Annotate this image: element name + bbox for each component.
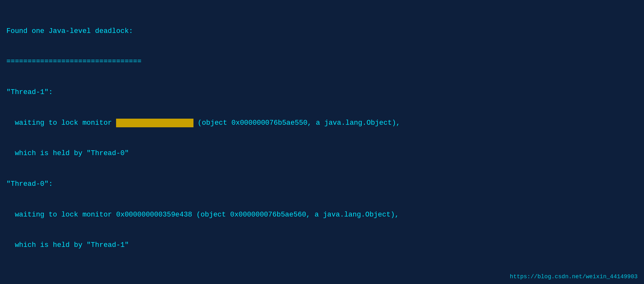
line-thread1-header: "Thread-1": [6, 87, 638, 98]
highlight-address: 0x000000000359ba48 [116, 119, 193, 127]
line-deadlock-header: Found one Java-level deadlock: [6, 26, 638, 36]
line-thread0-header: "Thread-0": [6, 179, 638, 189]
line-thread1-held: which is held by "Thread-0" [6, 148, 638, 159]
terminal-output: Found one Java-level deadlock: =========… [6, 6, 638, 284]
line-thread1-waiting: waiting to lock monitor 0x000000000359ba… [6, 118, 638, 128]
line-separator-1: ================================ [6, 57, 638, 67]
line-thread0-held: which is held by "Thread-1" [6, 240, 638, 250]
watermark: https://blog.csdn.net/weixin_44149903 [510, 272, 638, 281]
line-thread0-waiting: waiting to lock monitor 0x000000000359e4… [6, 210, 638, 220]
